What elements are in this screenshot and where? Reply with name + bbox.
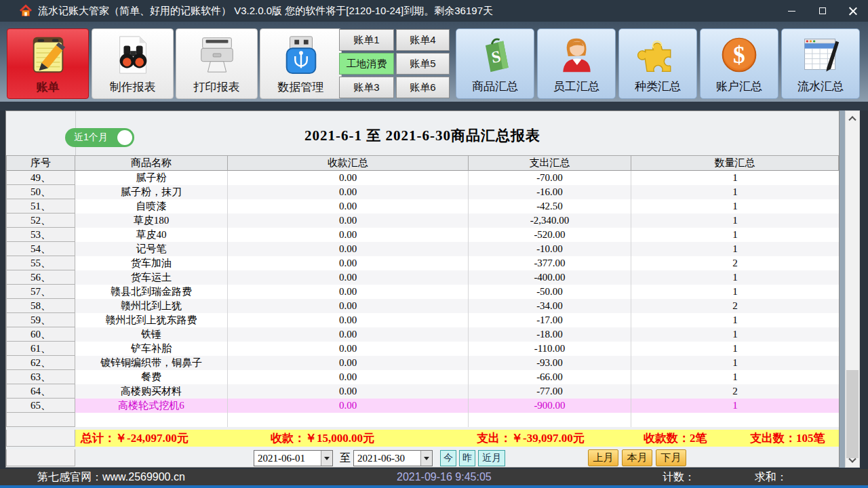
bill-tab-5[interactable]: 账单5 [396,53,450,75]
minimize-icon [788,11,795,12]
product-name-cell: 铲车补胎 [75,342,228,356]
prev-month-button[interactable]: 上月 [588,449,618,466]
expense-cell: -900.00 [469,399,631,413]
table-row[interactable]: 49、 腻子粉 0.00 -70.00 1 [6,171,839,185]
table-row[interactable]: 55、 货车加油 0.00 -377.00 2 [6,256,839,270]
row-number-cell: 57、 [6,285,75,299]
bill-tab-3[interactable]: 账单3 [339,77,394,98]
minimize-button[interactable] [776,0,807,22]
table-row[interactable]: 54、 记号笔 0.00 -10.00 1 [6,242,839,256]
bill-tab-site-expense[interactable]: 工地消费 [339,53,394,75]
account-summary-button[interactable]: $ 账户汇总 [700,28,778,99]
product-summary-button[interactable]: S 商品汇总 [456,28,534,99]
close-button[interactable] [837,0,868,22]
table-row[interactable]: 57、 赣县北到瑞金路费 0.00 -50.00 1 [6,285,839,299]
bill-tab-6[interactable]: 账单6 [396,77,450,98]
today-button[interactable]: 今 [440,450,456,466]
scrollbar-thumb[interactable] [846,370,859,458]
quantity-cell: 2 [631,299,839,313]
table-row[interactable]: 64、 高楼购买材料 0.00 -77.00 2 [6,384,839,399]
scroll-up-button[interactable] [846,111,859,124]
income-cell: 0.00 [228,199,469,214]
product-name-cell: 自喷漆 [75,199,228,214]
product-name-cell: 餐费 [75,370,228,384]
table-row[interactable]: 58、 赣州北到上犹 0.00 -34.00 2 [6,299,839,313]
income-cell: 0.00 [228,313,469,327]
table-row[interactable]: 56、 货车运土 0.00 -400.00 1 [6,270,839,285]
income-cell: 0.00 [228,270,469,285]
employee-icon [556,35,597,75]
expense-cell: -42.50 [469,199,631,214]
table-row[interactable]: 51、 自喷漆 0.00 -42.50 1 [6,199,839,214]
end-date-dropdown[interactable]: 2021-06-30 [353,450,433,466]
table-row[interactable]: 61、 铲车补胎 0.00 -110.00 1 [6,342,839,356]
table-row[interactable]: 50、 腻子粉，抹刀 0.00 -16.00 1 [6,185,839,199]
product-name-cell: 草皮40 [75,228,228,242]
flow-summary-button[interactable]: 流水汇总 [781,28,860,99]
category-summary-button[interactable]: 种类汇总 [618,28,697,99]
row-number-cell: 51、 [6,199,75,214]
flow-summary-label: 流水汇总 [797,79,844,94]
start-date-dropdown[interactable]: 2021-06-01 [254,450,333,466]
bill-tab-1[interactable]: 账单1 [339,29,394,51]
data-management-button[interactable]: 数据管理 [260,28,342,99]
quantity-cell: 1 [631,399,839,413]
chevron-down-icon [424,457,429,460]
maximize-button[interactable] [807,0,837,22]
table-row[interactable]: 63、 餐费 0.00 -66.00 1 [6,370,839,384]
row-number-cell: 60、 [6,327,75,342]
row-number-cell: 65、 [6,399,75,413]
print-report-button[interactable]: 打印报表 [176,28,258,99]
current-month-button[interactable]: 本月 [622,449,652,466]
table-row[interactable]: 59、 赣州北到上犹东路费 0.00 -17.00 1 [6,313,839,327]
income-cell: 0.00 [228,171,469,185]
row-number-cell: 61、 [6,342,75,356]
report-table-body: 49、 腻子粉 0.00 -70.00 1 50、 腻子粉，抹刀 0.00 -1… [6,171,839,413]
scroll-down-button[interactable] [846,454,859,467]
start-date-arrow-button[interactable] [321,451,332,466]
product-name-cell: 赣州北到上犹东路费 [75,313,228,327]
bill-tab-4[interactable]: 账单4 [396,29,450,51]
yesterday-button[interactable]: 昨 [459,450,475,466]
row-number-cell: 50、 [6,185,75,199]
expense-cell: -16.00 [469,185,631,199]
table-row[interactable]: 52、 草皮180 0.00 -2,340.00 1 [6,214,839,228]
make-report-button[interactable]: 制作报表 [92,28,174,99]
near-month-button[interactable]: 近月 [478,450,505,466]
table-row[interactable]: 62、 镀锌铜编织带，铜鼻子 0.00 -93.00 1 [6,356,839,370]
chevron-up-icon [848,116,856,123]
account-summary-label: 账户汇总 [716,79,762,94]
website-text: 第七感官网：www.2569900.cn [37,469,185,485]
income-cell: 0.00 [228,399,469,413]
maximize-icon [819,7,826,14]
expense-cell: -10.00 [469,242,631,256]
table-row[interactable]: 60、 铁锤 0.00 -18.00 1 [6,327,839,342]
product-name-cell: 腻子粉，抹刀 [75,185,228,199]
bills-button[interactable]: 账单 [7,28,89,99]
end-date-arrow-button[interactable] [420,451,432,466]
make-report-button-label: 制作报表 [110,79,156,95]
row-number-cell: 62、 [6,356,75,370]
next-month-button[interactable]: 下月 [656,449,686,466]
quantity-cell: 1 [631,356,839,370]
income-total: 收款：￥15,000.00元 [271,430,374,447]
expense-cell: -50.00 [469,285,631,299]
table-row[interactable]: 53、 草皮40 0.00 -520.00 1 [6,228,839,242]
product-name-cell: 赣州北到上犹 [75,299,228,313]
income-cell: 0.00 [228,285,469,299]
end-date-value: 2021-06-30 [357,453,405,464]
expense-cell: -66.00 [469,370,631,384]
employee-summary-button[interactable]: 员工汇总 [537,28,616,99]
date-separator: 至 [338,450,353,466]
table-row[interactable]: 65、 高楼轮式挖机6 0.00 -900.00 1 [6,399,839,413]
quantity-cell: 1 [631,199,839,214]
product-name-cell: 货车运土 [75,270,228,285]
dollar-coin-icon: $ [719,35,760,75]
window-title: 流水记账大管家（简单、好用的记账软件） V3.2.0.0版 您的软件将于[212… [38,5,493,18]
expense-cell: -2,340.00 [469,214,631,228]
product-name-cell: 货车加油 [75,256,228,270]
vertical-scrollbar[interactable] [845,110,860,468]
column-header-no: 序号 [6,155,75,171]
row-number-cell: 56、 [6,270,75,285]
expense-total: 支出：￥-39,097.00元 [477,430,585,447]
